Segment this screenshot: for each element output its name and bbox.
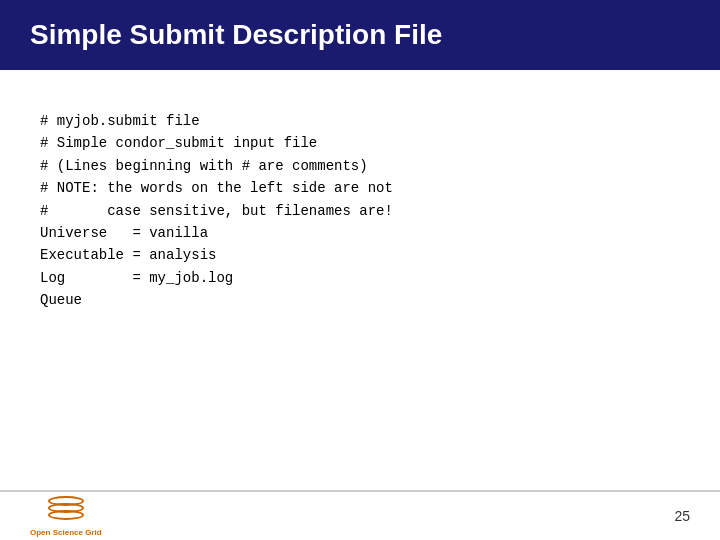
code-line-2: # Simple condor_submit input file — [40, 135, 317, 151]
code-line-3: # (Lines beginning with # are comments) — [40, 158, 368, 174]
code-line-4: # NOTE: the words on the left side are n… — [40, 180, 393, 196]
content-area: # myjob.submit file # Simple condor_subm… — [0, 70, 720, 490]
logo-area: Open Science Grid — [30, 496, 102, 537]
code-line-7: Executable = analysis — [40, 247, 216, 263]
logo-layer-3 — [48, 510, 84, 520]
code-block: # myjob.submit file # Simple condor_subm… — [40, 110, 680, 312]
code-line-8: Log = my_job.log — [40, 270, 233, 286]
code-line-1: # myjob.submit file — [40, 113, 200, 129]
code-line-6: Universe = vanilla — [40, 225, 208, 241]
page-number: 25 — [674, 508, 690, 524]
osg-logo-icon — [46, 496, 86, 526]
code-line-9: Queue — [40, 292, 82, 308]
slide: Simple Submit Description File # myjob.s… — [0, 0, 720, 540]
slide-title: Simple Submit Description File — [30, 19, 442, 51]
title-bar: Simple Submit Description File — [0, 0, 720, 70]
code-line-5: # case sensitive, but filenames are! — [40, 203, 393, 219]
logo-text: Open Science Grid — [30, 528, 102, 537]
footer: Open Science Grid 25 — [0, 490, 720, 540]
